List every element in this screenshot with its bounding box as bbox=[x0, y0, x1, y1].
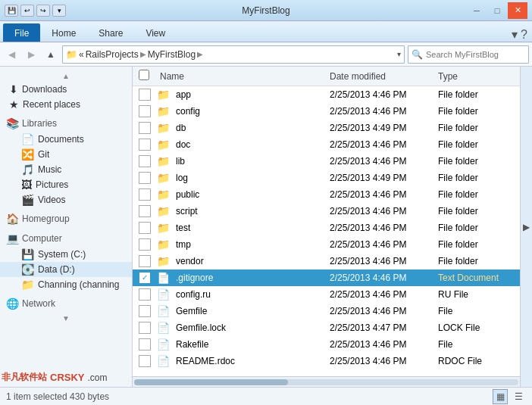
file-checkbox[interactable] bbox=[139, 105, 151, 117]
view-controls: ▦ ☰ bbox=[493, 389, 526, 404]
up-button[interactable]: ▲ bbox=[42, 46, 59, 63]
file-checkbox[interactable] bbox=[139, 89, 151, 101]
file-type: File bbox=[438, 306, 514, 316]
file-checkbox[interactable] bbox=[139, 139, 151, 151]
sidebar-item-documents[interactable]: 📄 Documents bbox=[0, 132, 132, 147]
sidebar-item-downloads[interactable]: ⬇ Downloads bbox=[0, 82, 132, 97]
file-checkbox[interactable] bbox=[139, 205, 151, 217]
search-input[interactable] bbox=[426, 50, 517, 59]
table-row[interactable]: 📁vendor2/25/2013 4:46 PMFile folder bbox=[133, 253, 520, 269]
address-box[interactable]: 📁 « RailsProjects ▶ MyFirstBlog ▶ ▾ bbox=[62, 45, 405, 64]
file-checkbox[interactable] bbox=[139, 355, 151, 367]
sidebar-group-libraries[interactable]: 📚 Libraries bbox=[0, 115, 132, 132]
table-row[interactable]: 📁script2/25/2013 4:46 PMFile folder bbox=[133, 203, 520, 220]
sidebar-item-data-d[interactable]: 💽 Data (D:) bbox=[0, 262, 132, 277]
tab-file[interactable]: File bbox=[3, 23, 40, 42]
file-type: File folder bbox=[438, 223, 514, 233]
file-checkbox[interactable] bbox=[139, 305, 151, 317]
hscroll-thumb[interactable] bbox=[134, 379, 288, 385]
header-checkbox[interactable] bbox=[139, 70, 154, 83]
view-details-button[interactable]: ▦ bbox=[493, 389, 508, 404]
file-checkbox[interactable] bbox=[139, 222, 151, 234]
folder-icon: 📁 bbox=[157, 122, 170, 134]
file-icon: 📄 bbox=[157, 305, 170, 317]
file-date: 2/25/2013 4:46 PM bbox=[330, 206, 432, 217]
file-checkbox[interactable] bbox=[139, 188, 151, 201]
sidebar-item-music[interactable]: 🎵 Music bbox=[0, 162, 132, 177]
file-checkbox[interactable] bbox=[139, 155, 151, 167]
file-checkbox[interactable] bbox=[139, 238, 151, 251]
hscroll-track[interactable] bbox=[134, 379, 518, 385]
table-row[interactable]: 📄Gemfile.lock2/25/2013 4:47 PMLOCK File bbox=[133, 319, 520, 336]
folder-icon: 📁 bbox=[157, 105, 170, 117]
table-row[interactable]: 📄Rakefile2/25/2013 4:46 PMFile bbox=[133, 336, 520, 353]
search-box[interactable]: 🔍 bbox=[408, 45, 529, 64]
table-row[interactable]: 📁lib2/25/2013 4:46 PMFile folder bbox=[133, 153, 520, 170]
view-list-button[interactable]: ☰ bbox=[511, 389, 526, 404]
sidebar-item-channing[interactable]: 📁 Channing (channing bbox=[0, 277, 132, 292]
forward-button[interactable]: ▶ bbox=[23, 46, 39, 63]
table-row[interactable]: 📁doc2/25/2013 4:46 PMFile folder bbox=[133, 136, 520, 153]
minimize-button[interactable]: ─ bbox=[467, 2, 487, 19]
close-button[interactable]: ✕ bbox=[508, 2, 527, 19]
tab-home[interactable]: Home bbox=[40, 23, 87, 42]
file-type: LOCK File bbox=[438, 322, 514, 333]
file-date: 2/25/2013 4:49 PM bbox=[330, 123, 432, 133]
tab-view[interactable]: View bbox=[134, 23, 177, 42]
git-icon: 🔀 bbox=[21, 148, 34, 160]
save-icon[interactable]: 💾 bbox=[5, 5, 18, 17]
address-dropdown-icon[interactable]: ▾ bbox=[397, 50, 401, 58]
sidebar-item-git[interactable]: 🔀 Git bbox=[0, 147, 132, 162]
file-checkbox[interactable] bbox=[139, 288, 151, 301]
file-checkbox[interactable] bbox=[139, 122, 151, 134]
table-row[interactable]: 📁config2/25/2013 4:46 PMFile folder bbox=[133, 103, 520, 120]
maximize-button[interactable]: □ bbox=[487, 2, 507, 19]
file-checkbox[interactable] bbox=[139, 255, 151, 267]
redo-icon[interactable]: ↪ bbox=[36, 5, 50, 17]
file-pane: Name Date modified Type 📁app2/25/2013 4:… bbox=[133, 67, 520, 387]
file-name: config bbox=[176, 106, 324, 117]
sidebar-scroll-up[interactable]: ▲ bbox=[0, 70, 132, 82]
sidebar-item-pictures[interactable]: 🖼 Pictures bbox=[0, 177, 132, 192]
col-header-type[interactable]: Type bbox=[438, 71, 514, 82]
back-button[interactable]: ◀ bbox=[3, 46, 20, 63]
table-row[interactable]: 📁public2/25/2013 4:46 PMFile folder bbox=[133, 186, 520, 203]
file-checkbox[interactable]: ✓ bbox=[139, 272, 151, 284]
help-icon[interactable]: ? bbox=[521, 28, 527, 42]
file-type: File folder bbox=[438, 189, 514, 200]
col-header-date[interactable]: Date modified bbox=[330, 71, 432, 82]
sidebar-label-pictures: Pictures bbox=[36, 179, 68, 190]
table-row[interactable]: 📁db2/25/2013 4:49 PMFile folder bbox=[133, 120, 520, 136]
table-row[interactable]: 📁test2/25/2013 4:46 PMFile folder bbox=[133, 220, 520, 236]
dropdown-arrow-icon[interactable]: ▾ bbox=[52, 5, 66, 17]
sidebar-group-homegroup[interactable]: 🏠 Homegroup bbox=[0, 210, 132, 227]
table-row[interactable]: 📁tmp2/25/2013 4:46 PMFile folder bbox=[133, 236, 520, 253]
table-row[interactable]: 📁log2/25/2013 4:49 PMFile folder bbox=[133, 170, 520, 186]
hscroll-bar[interactable] bbox=[133, 376, 520, 387]
table-row[interactable]: 📄config.ru2/25/2013 4:46 PMRU File bbox=[133, 286, 520, 303]
file-checkbox[interactable] bbox=[139, 172, 151, 184]
sidebar-group-network[interactable]: 🌐 Network bbox=[0, 295, 132, 312]
sidebar-scroll-down[interactable]: ▼ bbox=[0, 312, 132, 324]
file-name: doc bbox=[176, 139, 324, 150]
table-row[interactable]: ✓📄.gitignore2/25/2013 4:46 PMText Docume… bbox=[133, 269, 520, 286]
file-checkbox[interactable] bbox=[139, 322, 151, 334]
col-header-name[interactable]: Name bbox=[160, 71, 324, 82]
sidebar-item-system-c[interactable]: 💾 System (C:) bbox=[0, 247, 132, 262]
table-row[interactable]: 📄Gemfile2/25/2013 4:46 PMFile bbox=[133, 303, 520, 319]
table-row[interactable]: 📁app2/25/2013 4:46 PMFile folder bbox=[133, 86, 520, 103]
file-type: RDOC File bbox=[438, 356, 514, 366]
file-checkbox[interactable] bbox=[139, 338, 151, 350]
undo-icon[interactable]: ↩ bbox=[20, 5, 34, 17]
tab-share[interactable]: Share bbox=[87, 23, 134, 42]
table-row[interactable]: 📄README.rdoc2/25/2013 4:46 PMRDOC File bbox=[133, 353, 520, 369]
collapse-ribbon-icon[interactable]: ▾ bbox=[512, 27, 518, 42]
sidebar-group-computer[interactable]: 💻 Computer bbox=[0, 230, 132, 247]
sidebar-label-channing: Channing (channing bbox=[38, 279, 119, 290]
sidebar: ▲ ⬇ Downloads ★ Recent places 📚 Librarie… bbox=[0, 67, 133, 387]
sidebar-item-videos[interactable]: 🎬 Videos bbox=[0, 192, 132, 207]
sidebar-item-recent-places[interactable]: ★ Recent places bbox=[0, 97, 132, 112]
right-scroll-indicator[interactable]: ▶ bbox=[520, 67, 532, 387]
file-date: 2/25/2013 4:46 PM bbox=[330, 306, 432, 316]
file-name: app bbox=[176, 89, 324, 100]
